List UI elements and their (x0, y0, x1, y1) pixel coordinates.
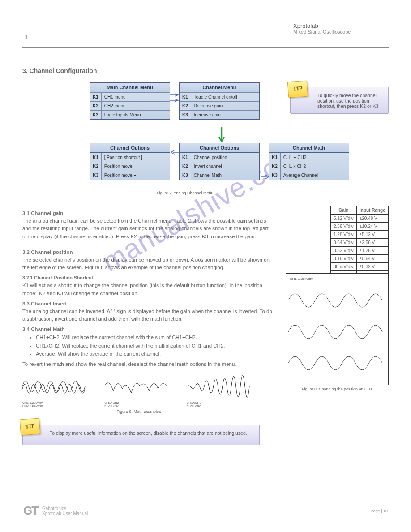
para-gain: The analog channel gain can be selected … (22, 217, 273, 240)
channel-menu-box: Channel Menu K1Toggle Channel on/off K2D… (179, 82, 260, 120)
menu-label: Position move - (101, 162, 170, 171)
menu-label: CH1 menu (101, 93, 170, 102)
math-item: CH1xCH2: Will replace the current channe… (36, 342, 273, 350)
tip-icon: TIP (20, 418, 40, 435)
menu-header: Main Channel Menu (90, 83, 170, 92)
subhead-position: 3.2 Channel position (22, 249, 273, 255)
figure-8-caption: Figure 8: Changing the position on CH1 (286, 387, 389, 391)
gain-cell: 80 mV/div (331, 263, 357, 271)
tip-icon: TIP (287, 81, 308, 98)
menu-label: Invert channel (191, 162, 259, 171)
menu-label: CH2 menu (101, 102, 170, 111)
page-header-left: 1 (25, 34, 28, 41)
wave-label-b: CH1+CH2 512uS/div (104, 401, 173, 408)
figure-8-box: CH1 1.28V/div (286, 273, 389, 385)
menu-key: K1 (90, 153, 101, 162)
menu-key: K1 (269, 153, 280, 162)
tip-box-shortcut: TIP To quickly move the channel position… (290, 87, 389, 114)
gain-col-hdr: Input Range (356, 206, 388, 215)
menu-key: K1 (180, 93, 191, 102)
tip-text: To quickly move the channel position, us… (317, 93, 380, 109)
arrow-opts-to-math (261, 174, 269, 181)
menu-key: K3 (180, 111, 191, 120)
menu-label: Channel position (191, 153, 259, 162)
menu-header: Channel Options (90, 143, 170, 153)
gain-cell: ±10.24 V (356, 223, 388, 231)
para-invert: The analog channel can be inverted. A '-… (22, 308, 273, 323)
menu-key: K3 (90, 171, 101, 180)
gain-cell: ±0.64 V (356, 255, 388, 263)
menu-key: K1 (180, 153, 191, 162)
waveform-mul: CH1XCH2 512uS/div (187, 373, 255, 408)
figure-7-caption: Figure 7: Analog Channel Menu (157, 191, 214, 195)
menu-header: Channel Math (269, 143, 349, 153)
menu-key: K2 (180, 102, 191, 111)
gain-cell: 0.32 V/div (331, 247, 357, 255)
menu-key: K2 (269, 162, 280, 171)
subhead-invert: 3.3 Channel Invert (22, 301, 273, 306)
footer: GT Gabotronics Xprotolab User Manual Pag… (22, 503, 389, 519)
menu-label: CH1 + CH2 (280, 153, 349, 162)
channel-math-box: Channel Math K1CH1 + CH2 K2CH1 x CH2 K3A… (269, 143, 349, 180)
menu-key: K3 (90, 111, 101, 120)
menu-key: K2 (90, 102, 101, 111)
svg-text:CH1 1.28V/div: CH1 1.28V/div (290, 277, 313, 281)
gain-col-hdr: Gain (331, 206, 357, 215)
gain-cell: ±20.48 V (356, 215, 388, 223)
menu-key: K3 (180, 171, 191, 180)
header-divider (287, 18, 287, 47)
menu-diagram: Main Channel Menu K1CH1 menu K2CH2 menu … (22, 78, 389, 208)
menu-label: Logic Inputs Menu (101, 111, 170, 120)
gain-cell: 5.12 V/div (331, 215, 357, 223)
menu-label: Decrease gain (191, 102, 259, 111)
para-math-revert: To revert the math and show the real cha… (22, 360, 273, 368)
tip-box-disable: TIP To display more useful information o… (22, 425, 260, 445)
gain-cell: ±2.56 V (356, 239, 388, 247)
menu-label: Increase gain (191, 111, 259, 120)
wave-label-c: CH1XCH2 512uS/div (187, 401, 255, 408)
arrow-main-to-channel (170, 94, 179, 113)
subhead-gain: 3.1 Channel gain (22, 210, 273, 216)
footer-company: Gabotronics (42, 506, 293, 511)
gain-cell: ±5.12 V (356, 231, 388, 239)
content-area: 3. Channel Configuration Main Channel Me… (22, 63, 389, 445)
section-title: 3. Channel Configuration (22, 67, 389, 74)
menu-label: CH1 x CH2 (280, 162, 349, 171)
menu-key: K2 (90, 162, 101, 171)
menu-key: K1 (90, 93, 101, 102)
gain-table: GainInput Range 5.12 V/div±20.48 V 2.56 … (330, 206, 389, 279)
waveform-sum: CH1+CH2 512uS/div (104, 373, 173, 408)
para-position: The selected channel's position on the d… (22, 256, 273, 272)
header-rule (22, 47, 389, 48)
menu-key: K2 (180, 162, 191, 171)
channel-position-box: Channel Options K1[ Position shortcut ] … (90, 143, 170, 180)
math-item: Average: Will show the average of the cu… (36, 350, 273, 358)
footer-logo-icon: GT (23, 504, 38, 517)
menu-label: Toggle Channel on/off (191, 93, 259, 102)
footer-desc: Xprotolab User Manual (42, 511, 293, 516)
gain-cell: 2.56 V/div (331, 223, 357, 231)
math-item: CH1+CH2: Will replace the current channe… (36, 333, 273, 341)
menu-label: Average Channel (280, 171, 349, 180)
footer-page: Page | 10 (294, 504, 388, 518)
menu-label: [ Position shortcut ] (101, 153, 170, 162)
gain-cell: 0.64 V/div (331, 239, 357, 247)
menu-header: Channel Options (180, 143, 259, 153)
tip-text: To display more useful information on th… (50, 430, 247, 436)
arrow-opts-to-pos (171, 150, 179, 156)
waveform-input: CH1 1.28V/div CH2 0.64V/div (22, 373, 91, 408)
gain-cell: 1.28 V/div (331, 231, 357, 239)
para-shortcut: K1 will act as a shortcut to change the … (22, 282, 273, 297)
channel-options-box: Channel Options K1Channel position K2Inv… (179, 143, 260, 180)
gain-cell: ±0.32 V (356, 263, 388, 271)
menu-key: K3 (269, 171, 280, 180)
waveform-icon: CH1 1.28V/div (286, 274, 388, 385)
main-channel-menu-box: Main Channel Menu K1CH1 menu K2CH2 menu … (90, 82, 170, 120)
figure-9-caption: Figure 9: Math examples (22, 409, 255, 414)
gain-cell: 0.16 V/div (331, 255, 357, 263)
menu-label: Channel Math (191, 171, 259, 180)
menu-header: Channel Menu (180, 83, 259, 92)
subhead-math: 3.4 Channel Math (22, 326, 273, 332)
subhead-shortcut: 3.2.1 Channel Position Shortcut (22, 275, 273, 280)
gain-cell: ±1.28 V (356, 247, 388, 255)
